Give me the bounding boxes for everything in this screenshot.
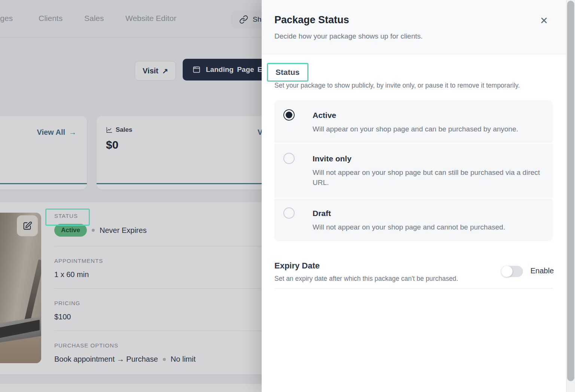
expiry-toggle[interactable] — [501, 266, 523, 277]
option-title: Draft — [313, 208, 544, 219]
status-section-annotation-box: Status — [267, 63, 308, 82]
status-section-label: Status — [276, 68, 299, 77]
divider — [274, 288, 553, 289]
screen: Packages Clients Sales Website Editor Sh… — [0, 0, 575, 392]
option-description: Will appear on your shop page and can be… — [313, 124, 544, 134]
option-body: Invite only Will not appear on your shop… — [313, 154, 544, 188]
browser-scrollbar[interactable] — [566, 0, 575, 392]
panel-subtitle: Decide how your package shows up for cli… — [274, 32, 423, 40]
radio-selected-icon[interactable] — [283, 109, 295, 121]
option-title: Active — [313, 110, 544, 121]
status-annotation-box — [45, 209, 90, 226]
status-option-active[interactable]: Active Will appear on your shop page and… — [274, 100, 553, 143]
status-options-group: Active Will appear on your shop page and… — [274, 100, 553, 241]
panel-header: Package Status Decide how your package s… — [262, 0, 575, 54]
toggle-knob[interactable] — [501, 266, 512, 277]
expiry-date-description: Set an expiry date after which this pack… — [274, 275, 458, 283]
scrollbar-thumb[interactable] — [567, 1, 574, 381]
status-option-invite-only[interactable]: Invite only Will not appear on your shop… — [274, 143, 553, 198]
close-icon[interactable]: ✕ — [540, 16, 548, 25]
option-body: Draft Will not appear on your shop page … — [313, 208, 544, 232]
status-section-description: Set your package to show publicly, by in… — [274, 82, 520, 89]
radio-unselected-icon[interactable] — [283, 153, 295, 164]
radio-unselected-icon[interactable] — [283, 207, 295, 219]
option-description: Will not appear on your shop page and ca… — [313, 222, 544, 232]
option-description: Will not appear on your shop page but ca… — [313, 167, 544, 188]
status-option-draft[interactable]: Draft Will not appear on your shop page … — [274, 198, 553, 241]
option-title: Invite only — [313, 154, 544, 164]
expiry-date-title: Expiry Date — [274, 261, 320, 271]
expiry-toggle-label: Enable — [530, 267, 554, 275]
panel-title: Package Status — [274, 14, 349, 26]
option-body: Active Will appear on your shop page and… — [313, 110, 544, 134]
package-status-panel: Package Status Decide how your package s… — [262, 0, 575, 392]
